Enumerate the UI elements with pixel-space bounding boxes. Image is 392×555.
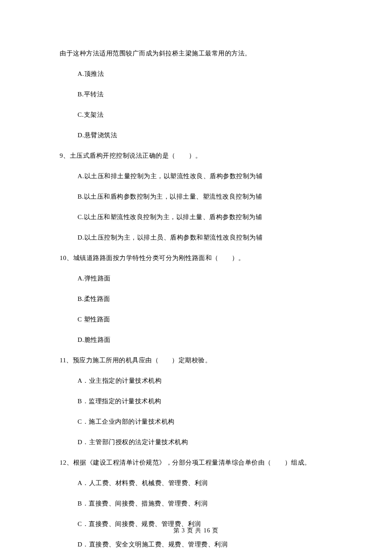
q11-stem: 11、预应力施工所用的机具应由（ ）定期校验。 [60, 354, 332, 367]
q8-option-d: D.悬臂浇筑法 [78, 129, 332, 142]
q8-option-c: C.支架法 [78, 108, 332, 121]
q10-stem: 10、城镇道路路面按力学特性分类可分为刚性路面和（ ）。 [60, 251, 332, 264]
q10-option-d: D.脆性路面 [78, 333, 332, 346]
q10-option-b: B.柔性路面 [78, 292, 332, 305]
q11-option-c: C．施工企业内部的计量技术机构 [78, 415, 332, 428]
page-footer: 第 3 页 共 16 页 [0, 527, 392, 535]
intro-text: 由于这种方法适用范围较广而成为斜拉桥主梁施工最常用的方法。 [60, 47, 332, 60]
q12-option-a: A．人工费、材料费、机械费、管理费、利润 [78, 477, 332, 489]
q10-option-a: A.弹性路面 [78, 272, 332, 285]
q12-option-b: B．直接费、间接费、措施费、管理费、利润 [78, 497, 332, 510]
q11-option-b: B．监理指定的计量技术机构 [78, 395, 332, 408]
q11-option-a: A．业主指定的计量技术机构 [78, 374, 332, 387]
q11-option-d: D．主管部门授权的法定计量技术机构 [78, 436, 332, 448]
q12-option-d: D．直接费、安全文明施工费、规费、管理费、利润 [78, 538, 332, 551]
q12-stem: 12、根据《建设工程清单计价规范》，分部分项工程量清单综合单价由（ ）组成。 [60, 456, 332, 469]
q9-stem: 9、土压式盾构开挖控制说法正确的是（ ）。 [60, 149, 332, 162]
q9-option-b: B.以土压和盾构参数控制为主，以排土量、塑流性改良控制为辅 [78, 190, 332, 203]
q9-option-d: D.以土压控制为主，以排土员、盾构参数和塑流性改良控制为辅 [78, 231, 332, 244]
q10-option-c: C 塑性路面 [78, 313, 332, 326]
q8-option-a: A.顶推法 [78, 67, 332, 80]
page-content: 由于这种方法适用范围较广而成为斜拉桥主梁施工最常用的方法。 A.顶推法 B.平转… [0, 0, 392, 555]
q8-option-b: B.平转法 [78, 88, 332, 101]
q9-option-c: C.以土压和塑流性改良控制为主，以排土量、盾构参数控制为辅 [78, 211, 332, 223]
q9-option-a: A.以土压和排土量控制为主，以塑流性改良、盾构参数控制为辅 [78, 170, 332, 182]
